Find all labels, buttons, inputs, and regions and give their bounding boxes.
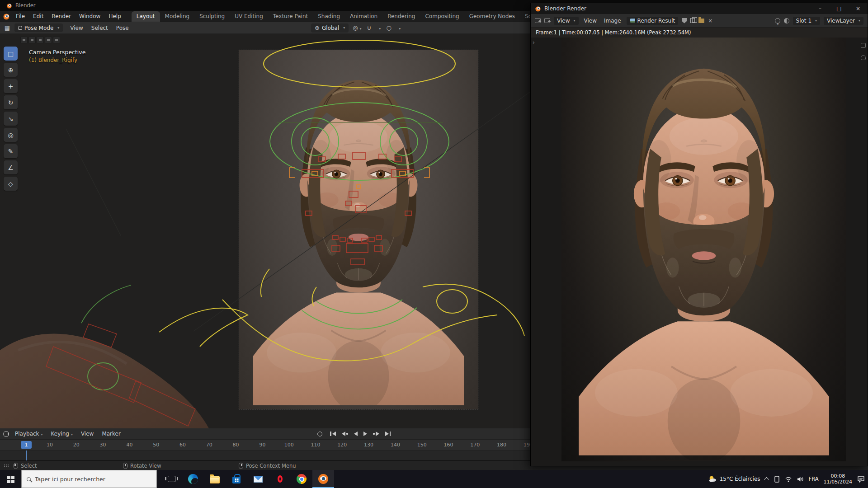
box-select-tool[interactable]: □ xyxy=(4,47,18,61)
viewport-character[interactable] xyxy=(253,37,464,405)
blender-app-menu-icon[interactable] xyxy=(3,13,10,20)
menu-view[interactable]: View xyxy=(582,17,599,25)
jump-start-button[interactable] xyxy=(329,431,337,437)
tab-sculpting[interactable]: Sculpting xyxy=(194,11,230,22)
timeline-menu-playback[interactable]: Playback xyxy=(11,429,47,438)
tab-texture-paint[interactable]: Texture Paint xyxy=(268,11,313,22)
viewport-menu-view[interactable]: View xyxy=(66,23,87,33)
pivot-point-icon[interactable]: ◎ xyxy=(353,24,361,31)
viewport-toggle-3[interactable] xyxy=(37,37,44,43)
language-indicator[interactable]: FRA xyxy=(809,476,819,482)
editor-type-icon[interactable]: ▦ xyxy=(3,24,11,31)
task-view-button[interactable] xyxy=(160,470,182,488)
viewport-toggle-1[interactable] xyxy=(20,37,28,43)
tab-uv-editing[interactable]: UV Editing xyxy=(230,11,268,22)
viewport-toggle-5[interactable] xyxy=(53,37,60,43)
display-channels-icon[interactable] xyxy=(784,18,789,23)
prev-keyframe-button[interactable] xyxy=(340,431,349,437)
opera-button[interactable] xyxy=(269,470,291,488)
transform-orientation-selector[interactable]: ⊕ Global xyxy=(311,23,349,33)
menu-file[interactable]: File xyxy=(12,12,29,21)
render-result-image[interactable] xyxy=(561,38,846,461)
store-button[interactable] xyxy=(226,470,247,488)
play-button[interactable] xyxy=(362,431,368,437)
edge-button[interactable] xyxy=(182,470,204,488)
annotate-tool[interactable]: ✎ xyxy=(4,144,18,158)
render-slot-selector[interactable]: Slot 1 xyxy=(793,17,820,25)
move-tool[interactable]: + xyxy=(4,79,18,93)
proportional-options-icon[interactable] xyxy=(397,24,401,31)
render-window-titlebar[interactable]: Blender Render –□× xyxy=(531,3,868,14)
open-image-icon[interactable] xyxy=(698,19,704,23)
tray-overflow-icon[interactable] xyxy=(764,477,769,482)
network-wifi-icon[interactable] xyxy=(785,476,792,482)
image-datablock-selector[interactable]: Render Result xyxy=(627,17,679,25)
scale-tool[interactable]: ↘ xyxy=(4,112,18,126)
render-stats-bar: Frame:1 | Time:00:07.05 | Mem:2640.16M (… xyxy=(531,28,868,38)
chrome-button[interactable] xyxy=(291,470,312,488)
pan-hand-icon[interactable] xyxy=(861,55,866,60)
tab-rendering[interactable]: Rendering xyxy=(382,11,420,22)
viewport-toggle-4[interactable] xyxy=(45,37,52,43)
menu-help[interactable]: Help xyxy=(104,12,125,21)
menu-image[interactable]: Image xyxy=(602,17,623,25)
menu-edit[interactable]: Edit xyxy=(29,12,47,21)
next-keyframe-button[interactable] xyxy=(372,431,381,437)
tab-compositing[interactable]: Compositing xyxy=(420,11,464,22)
auto-key-record-button[interactable] xyxy=(317,432,322,436)
mode-selector[interactable]: Pose Mode xyxy=(14,23,63,32)
menu-window[interactable]: Window xyxy=(75,12,104,21)
timeline-menu-keying[interactable]: Keying xyxy=(47,429,77,438)
image-pin-icon[interactable] xyxy=(544,18,550,23)
tab-animation[interactable]: Animation xyxy=(345,11,382,22)
render-result-window[interactable]: Blender Render –□× View View Image Rende… xyxy=(530,3,868,466)
image-editor-header: View View Image Render Result × Slot 1 V… xyxy=(531,14,868,28)
transform-tool[interactable]: ◎ xyxy=(4,128,18,142)
timeline-menu-view[interactable]: View xyxy=(77,429,98,438)
search-input[interactable] xyxy=(35,476,143,483)
blender-button[interactable] xyxy=(312,470,334,488)
playhead[interactable] xyxy=(26,450,27,460)
timeline-editor-type-icon[interactable] xyxy=(3,431,9,437)
tab-modeling[interactable]: Modeling xyxy=(160,11,195,22)
pose-breakdowner-tool[interactable]: ◇ xyxy=(4,177,18,191)
minimize-button[interactable]: – xyxy=(811,3,830,14)
measure-tool[interactable]: ∠ xyxy=(4,160,18,174)
display-mode-selector[interactable]: View xyxy=(554,17,579,25)
play-reverse-button[interactable] xyxy=(353,431,359,437)
viewport-menu-pose[interactable]: Pose xyxy=(112,23,133,33)
file-explorer-button[interactable] xyxy=(204,470,226,488)
viewport-toggle-2[interactable] xyxy=(28,37,36,43)
start-button[interactable] xyxy=(0,470,21,488)
image-editor-type-icon[interactable] xyxy=(535,18,541,23)
grid-icon[interactable] xyxy=(861,43,866,48)
rotate-tool[interactable]: ↻ xyxy=(4,95,18,109)
action-center-icon[interactable] xyxy=(857,476,865,483)
close-button[interactable]: × xyxy=(849,3,868,14)
weather-widget[interactable]: 15°C Éclaircies xyxy=(708,475,760,483)
tab-layout[interactable]: Layout xyxy=(132,11,160,22)
proportional-editing-icon[interactable]: ○ xyxy=(385,24,393,31)
maximize-button[interactable]: □ xyxy=(830,3,849,14)
tab-shading[interactable]: Shading xyxy=(313,11,345,22)
current-frame-badge[interactable]: 1 xyxy=(21,441,32,449)
jump-end-button[interactable] xyxy=(384,431,392,437)
cursor-tool[interactable]: ⊕ xyxy=(4,63,18,77)
new-image-icon[interactable] xyxy=(690,18,695,23)
region-expand-icon[interactable]: › xyxy=(533,39,535,46)
snap-options-icon[interactable] xyxy=(377,24,381,31)
viewport-menu-select[interactable]: Select xyxy=(87,23,112,33)
render-slot-cycle-icon[interactable] xyxy=(775,18,780,23)
volume-icon[interactable] xyxy=(797,476,804,482)
unlink-image-icon[interactable]: × xyxy=(708,18,712,23)
tab-geometry-nodes[interactable]: Geometry Nodes xyxy=(464,11,520,22)
snap-magnet-icon[interactable]: ∪ xyxy=(365,24,373,31)
menu-render[interactable]: Render xyxy=(47,12,75,21)
mail-button[interactable] xyxy=(247,470,269,488)
clock-widget[interactable]: 00:08 11/05/2024 xyxy=(824,473,852,485)
taskbar-search[interactable] xyxy=(21,470,157,488)
tablet-icon[interactable] xyxy=(774,476,780,483)
timeline-menu-marker[interactable]: Marker xyxy=(98,429,124,438)
view-layer-selector[interactable]: ViewLayer xyxy=(824,17,863,25)
fake-user-icon[interactable] xyxy=(682,18,687,23)
